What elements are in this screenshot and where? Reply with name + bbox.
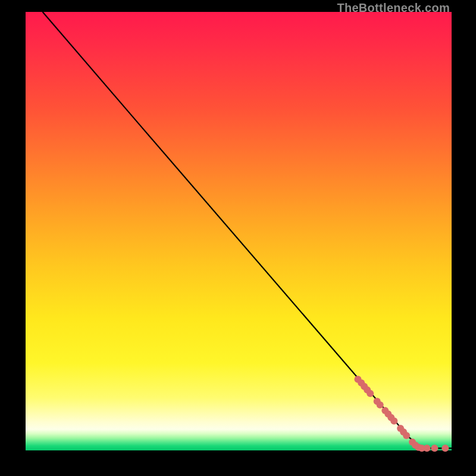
scatter-point xyxy=(441,444,449,452)
chart-frame: TheBottleneck.com xyxy=(0,0,476,476)
scatter-point xyxy=(390,418,397,425)
curve-line xyxy=(43,12,452,448)
chart-overlay xyxy=(26,12,452,450)
scatter-group xyxy=(355,376,449,452)
scatter-point xyxy=(403,432,410,439)
scatter-point xyxy=(377,401,384,408)
scatter-point xyxy=(367,390,374,397)
scatter-point xyxy=(424,444,431,452)
scatter-point xyxy=(431,444,438,452)
